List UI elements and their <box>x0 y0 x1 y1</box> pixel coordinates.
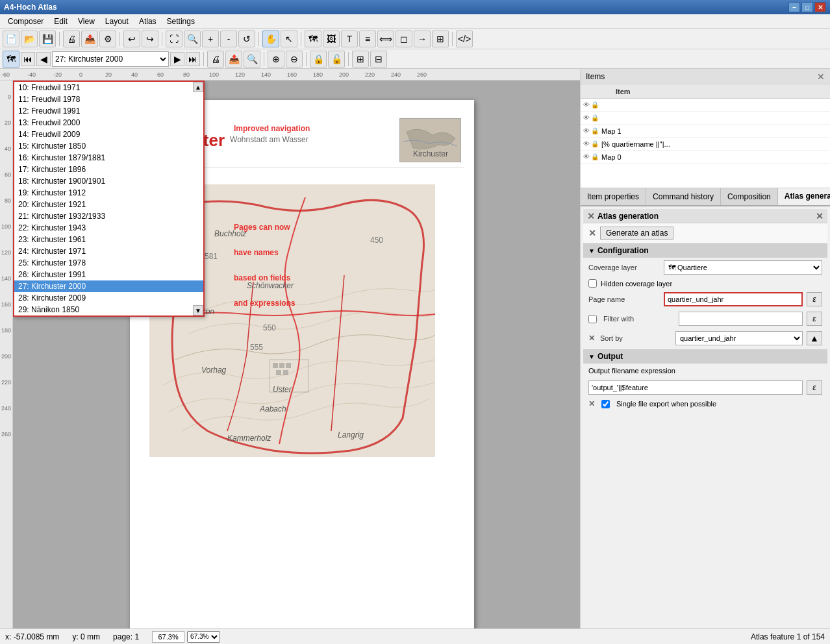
tab-atlas-generation[interactable]: Atlas generation <box>778 188 830 205</box>
add-label-btn[interactable]: T <box>341 31 358 47</box>
list-item[interactable]: 21: Kirchuster 1932/1933 <box>14 210 203 222</box>
dd-scroll-down[interactable]: ▼ <box>193 305 203 316</box>
zoom-input[interactable] <box>152 631 184 643</box>
undo-btn[interactable]: ↩ <box>123 31 140 47</box>
list-item[interactable]: 29: Nänikon 1850 <box>14 304 203 316</box>
tree-row[interactable]: 👁 🔒 Map 0 <box>581 151 830 164</box>
filename-expr-btn[interactable]: ε <box>807 380 822 395</box>
select-btn[interactable]: ↖ <box>281 31 297 47</box>
minimize-button[interactable]: – <box>788 2 800 12</box>
list-item[interactable]: 25: Kirchuster 1978 <box>14 257 203 269</box>
tree-lock-icon[interactable]: 🔒 <box>591 153 599 160</box>
menu-settings[interactable]: Settings <box>162 16 200 27</box>
list-item[interactable]: 11: Freudwil 1978 <box>14 93 203 105</box>
pan-btn[interactable]: ✋ <box>262 31 279 47</box>
tab-composition[interactable]: Composition <box>721 188 778 205</box>
tab-command-history[interactable]: Command history <box>646 188 721 205</box>
code-btn[interactable]: </> <box>456 31 473 47</box>
atlas-first-btn[interactable]: ⏮ <box>21 52 35 66</box>
list-item[interactable]: 24: Kirchuster 1971 <box>14 245 203 257</box>
zoom-full-btn[interactable]: ⛶ <box>166 31 182 47</box>
tree-visibility-icon[interactable]: 👁 <box>583 127 590 134</box>
items-close-btn[interactable]: ✕ <box>817 71 825 82</box>
export-btn[interactable]: 📤 <box>81 31 98 47</box>
menu-composer[interactable]: Composer <box>3 16 49 27</box>
add-table-btn[interactable]: ⊞ <box>432 31 449 47</box>
menu-layout[interactable]: Layout <box>100 16 134 27</box>
atlas-panel-close2[interactable]: ✕ <box>816 211 824 221</box>
settings-btn[interactable]: ⚙ <box>99 31 116 47</box>
tree-row[interactable]: 👁 🔒 <box>581 112 830 125</box>
list-item[interactable]: 20: Kirchuster 1921 <box>14 199 203 210</box>
atlas-page-select[interactable]: 10: Freudwil 197111: Freudwil 197812: Fr… <box>52 51 169 67</box>
list-item[interactable]: 17: Kirchuster 1896 <box>14 164 203 175</box>
atlas-prev-btn[interactable]: ◀ <box>36 52 51 66</box>
generate-close[interactable]: ✕ <box>588 228 596 238</box>
atlas-toggle-btn[interactable]: 🗺 <box>3 51 19 68</box>
page-name-expr-btn[interactable]: ε <box>807 292 822 306</box>
list-item[interactable]: 27: Kirchuster 2000 <box>14 280 203 292</box>
tree-row[interactable]: 👁 🔒 [% quartiername ||''|... <box>581 138 830 151</box>
config-section-title[interactable]: ▼ Configuration <box>583 243 827 258</box>
menu-atlas[interactable]: Atlas <box>134 16 162 27</box>
filename-input[interactable] <box>588 380 803 395</box>
add-arrow-btn[interactable]: → <box>414 31 431 47</box>
zoom-in-btn[interactable]: + <box>202 31 219 47</box>
zoom-out-btn[interactable]: - <box>220 31 237 47</box>
tree-row[interactable]: 👁 🔒 Map 1 <box>581 125 830 138</box>
atlas-zoom-btn[interactable]: 🔍 <box>244 51 260 68</box>
open-btn[interactable]: 📂 <box>21 31 38 47</box>
add-shape-btn[interactable]: ◻ <box>396 31 412 47</box>
zoom-select[interactable]: 67.3% 50% 100% <box>187 631 220 643</box>
list-item[interactable]: 14: Freudwil 2009 <box>14 129 203 140</box>
tree-row[interactable]: 👁 🔒 <box>581 99 830 112</box>
hidden-coverage-checkbox[interactable] <box>588 279 597 288</box>
list-item[interactable]: 23: Kirchuster 1961 <box>14 234 203 245</box>
single-file-close[interactable]: ✕ <box>588 399 595 408</box>
list-item[interactable]: 15: Kirchuster 1850 <box>14 140 203 152</box>
menu-edit[interactable]: Edit <box>49 16 73 27</box>
tree-visibility-icon[interactable]: 👁 <box>583 153 590 160</box>
tree-lock-icon[interactable]: 🔒 <box>591 127 599 134</box>
sort-order-btn[interactable]: ▲ <box>807 331 822 345</box>
list-item[interactable]: 10: Freudwil 1971 <box>14 82 203 93</box>
new-btn[interactable]: 📄 <box>3 31 19 47</box>
generate-atlas-button[interactable]: Generate an atlas <box>600 227 673 240</box>
tab-item-properties[interactable]: Item properties <box>581 188 646 205</box>
filter-input[interactable] <box>679 312 803 326</box>
add-legend-btn[interactable]: ≡ <box>359 31 376 47</box>
atlas-zoom-in-btn[interactable]: ⊕ <box>268 51 284 68</box>
list-item[interactable]: 26: Kirchuster 1991 <box>14 269 203 280</box>
tree-visibility-icon[interactable]: 👁 <box>583 114 590 121</box>
refresh-btn[interactable]: ↺ <box>238 31 255 47</box>
tree-visibility-icon[interactable]: 👁 <box>583 140 590 147</box>
sort-select[interactable]: quartier_und_jahr <box>675 331 803 345</box>
group-btn[interactable]: ⊞ <box>352 51 369 68</box>
output-section-title[interactable]: ▼ Output <box>583 349 827 364</box>
list-item[interactable]: 22: Kirchuster 1943 <box>14 222 203 234</box>
tree-visibility-icon[interactable]: 👁 <box>583 101 590 108</box>
filter-checkbox[interactable] <box>588 315 597 323</box>
list-item[interactable]: 28: Kirchuster 2009 <box>14 292 203 304</box>
close-button[interactable]: ✕ <box>814 2 826 12</box>
lock-btn[interactable]: 🔒 <box>310 51 327 68</box>
add-image-btn[interactable]: 🖼 <box>323 31 340 47</box>
list-item[interactable]: 12: Freudwil 1991 <box>14 105 203 117</box>
atlas-zoom-out-btn[interactable]: ⊖ <box>286 51 303 68</box>
list-item[interactable]: 16: Kirchuster 1879/1881 <box>14 152 203 164</box>
maximize-button[interactable]: □ <box>801 2 813 12</box>
tree-lock-icon[interactable]: 🔒 <box>591 140 599 147</box>
tree-lock-icon[interactable]: 🔒 <box>591 114 599 121</box>
add-scalebar-btn[interactable]: ⟺ <box>377 31 394 47</box>
menu-view[interactable]: View <box>73 16 100 27</box>
page-name-input[interactable] <box>664 292 803 306</box>
atlas-next-btn[interactable]: ▶ <box>170 52 184 66</box>
redo-btn[interactable]: ↪ <box>142 31 158 47</box>
atlas-print-btn[interactable]: 🖨 <box>207 51 224 68</box>
add-map-btn[interactable]: 🗺 <box>305 31 321 47</box>
atlas-export-btn[interactable]: 📤 <box>225 51 242 68</box>
print-btn[interactable]: 🖨 <box>63 31 80 47</box>
atlas-last-btn[interactable]: ⏭ <box>186 52 200 66</box>
list-item[interactable]: 19: Kirchuster 1912 <box>14 187 203 199</box>
filter-expr-btn[interactable]: ε <box>807 312 822 326</box>
